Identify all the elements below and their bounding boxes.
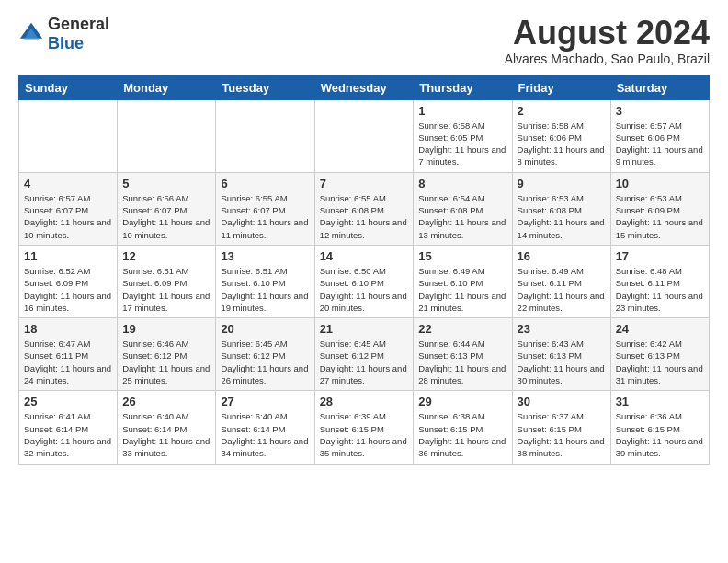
logo-general: General bbox=[48, 15, 109, 33]
calendar-week-row: 4Sunrise: 6:57 AM Sunset: 6:07 PM Daylig… bbox=[19, 172, 710, 245]
month-year-title: August 2024 bbox=[505, 15, 710, 52]
day-number: 1 bbox=[418, 104, 506, 118]
title-section: August 2024 Alvares Machado, Sao Paulo, … bbox=[505, 15, 710, 66]
calendar-cell: 17Sunrise: 6:48 AM Sunset: 6:11 PM Dayli… bbox=[610, 245, 709, 317]
day-number: 27 bbox=[221, 395, 309, 408]
calendar-cell: 10Sunrise: 6:53 AM Sunset: 6:09 PM Dayli… bbox=[610, 172, 709, 245]
day-detail: Sunrise: 6:55 AM Sunset: 6:07 PM Dayligh… bbox=[221, 192, 309, 241]
calendar-cell: 31Sunrise: 6:36 AM Sunset: 6:15 PM Dayli… bbox=[610, 391, 709, 464]
day-detail: Sunrise: 6:50 AM Sunset: 6:10 PM Dayligh… bbox=[320, 265, 409, 314]
day-detail: Sunrise: 6:45 AM Sunset: 6:12 PM Dayligh… bbox=[320, 338, 409, 386]
calendar-cell: 8Sunrise: 6:54 AM Sunset: 6:08 PM Daylig… bbox=[414, 172, 512, 245]
day-detail: Sunrise: 6:52 AM Sunset: 6:09 PM Dayligh… bbox=[24, 265, 112, 314]
calendar-cell: 22Sunrise: 6:44 AM Sunset: 6:13 PM Dayli… bbox=[414, 318, 512, 391]
day-number: 21 bbox=[320, 322, 409, 336]
day-number: 4 bbox=[24, 177, 112, 190]
calendar-cell: 27Sunrise: 6:40 AM Sunset: 6:14 PM Dayli… bbox=[216, 391, 314, 464]
calendar-cell: 30Sunrise: 6:37 AM Sunset: 6:15 PM Dayli… bbox=[512, 391, 610, 464]
calendar-cell bbox=[118, 99, 216, 172]
weekday-header-wednesday: Wednesday bbox=[314, 75, 414, 99]
day-detail: Sunrise: 6:58 AM Sunset: 6:05 PM Dayligh… bbox=[418, 120, 506, 168]
day-detail: Sunrise: 6:55 AM Sunset: 6:08 PM Dayligh… bbox=[320, 192, 409, 241]
day-number: 25 bbox=[24, 395, 112, 408]
day-detail: Sunrise: 6:51 AM Sunset: 6:09 PM Dayligh… bbox=[122, 265, 210, 314]
day-number: 8 bbox=[418, 177, 506, 190]
day-number: 13 bbox=[221, 249, 309, 263]
calendar-week-row: 25Sunrise: 6:41 AM Sunset: 6:14 PM Dayli… bbox=[19, 391, 710, 464]
day-number: 22 bbox=[418, 322, 506, 336]
weekday-header-sunday: Sunday bbox=[19, 75, 118, 99]
calendar-cell: 23Sunrise: 6:43 AM Sunset: 6:13 PM Dayli… bbox=[512, 318, 610, 391]
weekday-header-thursday: Thursday bbox=[414, 75, 512, 99]
day-detail: Sunrise: 6:54 AM Sunset: 6:08 PM Dayligh… bbox=[418, 192, 506, 241]
calendar-cell: 19Sunrise: 6:46 AM Sunset: 6:12 PM Dayli… bbox=[118, 318, 216, 391]
day-number: 16 bbox=[518, 249, 606, 263]
calendar-cell bbox=[314, 99, 414, 172]
calendar-week-row: 1Sunrise: 6:58 AM Sunset: 6:05 PM Daylig… bbox=[19, 99, 710, 172]
day-number: 6 bbox=[221, 177, 309, 190]
calendar-week-row: 18Sunrise: 6:47 AM Sunset: 6:11 PM Dayli… bbox=[19, 318, 710, 391]
calendar-cell: 26Sunrise: 6:40 AM Sunset: 6:14 PM Dayli… bbox=[118, 391, 216, 464]
calendar-cell: 1Sunrise: 6:58 AM Sunset: 6:05 PM Daylig… bbox=[414, 99, 512, 172]
day-number: 15 bbox=[418, 249, 506, 263]
calendar-cell: 29Sunrise: 6:38 AM Sunset: 6:15 PM Dayli… bbox=[414, 391, 512, 464]
calendar-cell: 7Sunrise: 6:55 AM Sunset: 6:08 PM Daylig… bbox=[314, 172, 414, 245]
logo: General Blue bbox=[18, 15, 109, 53]
day-detail: Sunrise: 6:51 AM Sunset: 6:10 PM Dayligh… bbox=[221, 265, 309, 314]
day-detail: Sunrise: 6:37 AM Sunset: 6:15 PM Dayligh… bbox=[518, 410, 606, 459]
day-detail: Sunrise: 6:41 AM Sunset: 6:14 PM Dayligh… bbox=[24, 410, 112, 459]
calendar-cell bbox=[216, 99, 314, 172]
page-header: General Blue August 2024 Alvares Machado… bbox=[18, 15, 710, 66]
calendar-cell: 20Sunrise: 6:45 AM Sunset: 6:12 PM Dayli… bbox=[216, 318, 314, 391]
weekday-header-monday: Monday bbox=[118, 75, 216, 99]
day-number: 3 bbox=[616, 104, 704, 118]
day-number: 19 bbox=[122, 322, 210, 336]
day-detail: Sunrise: 6:38 AM Sunset: 6:15 PM Dayligh… bbox=[418, 410, 506, 459]
calendar-cell: 2Sunrise: 6:58 AM Sunset: 6:06 PM Daylig… bbox=[512, 99, 610, 172]
calendar-cell: 14Sunrise: 6:50 AM Sunset: 6:10 PM Dayli… bbox=[314, 245, 414, 317]
day-number: 14 bbox=[320, 249, 409, 263]
day-detail: Sunrise: 6:36 AM Sunset: 6:15 PM Dayligh… bbox=[616, 410, 704, 459]
calendar-cell: 16Sunrise: 6:49 AM Sunset: 6:11 PM Dayli… bbox=[512, 245, 610, 317]
day-detail: Sunrise: 6:47 AM Sunset: 6:11 PM Dayligh… bbox=[24, 338, 112, 386]
page-container: General Blue August 2024 Alvares Machado… bbox=[0, 0, 728, 474]
calendar-week-row: 11Sunrise: 6:52 AM Sunset: 6:09 PM Dayli… bbox=[19, 245, 710, 317]
calendar-cell: 15Sunrise: 6:49 AM Sunset: 6:10 PM Dayli… bbox=[414, 245, 512, 317]
day-detail: Sunrise: 6:56 AM Sunset: 6:07 PM Dayligh… bbox=[122, 192, 210, 241]
calendar-cell: 5Sunrise: 6:56 AM Sunset: 6:07 PM Daylig… bbox=[118, 172, 216, 245]
calendar-cell: 6Sunrise: 6:55 AM Sunset: 6:07 PM Daylig… bbox=[216, 172, 314, 245]
day-number: 12 bbox=[122, 249, 210, 263]
calendar-cell: 12Sunrise: 6:51 AM Sunset: 6:09 PM Dayli… bbox=[118, 245, 216, 317]
calendar-cell: 4Sunrise: 6:57 AM Sunset: 6:07 PM Daylig… bbox=[19, 172, 118, 245]
day-detail: Sunrise: 6:46 AM Sunset: 6:12 PM Dayligh… bbox=[122, 338, 210, 386]
day-number: 11 bbox=[24, 249, 112, 263]
day-detail: Sunrise: 6:40 AM Sunset: 6:14 PM Dayligh… bbox=[221, 410, 309, 459]
day-number: 2 bbox=[518, 104, 606, 118]
day-number: 28 bbox=[320, 395, 409, 408]
calendar-cell bbox=[19, 99, 118, 172]
day-number: 20 bbox=[221, 322, 309, 336]
day-detail: Sunrise: 6:48 AM Sunset: 6:11 PM Dayligh… bbox=[616, 265, 704, 314]
calendar-cell: 3Sunrise: 6:57 AM Sunset: 6:06 PM Daylig… bbox=[610, 99, 709, 172]
calendar-cell: 11Sunrise: 6:52 AM Sunset: 6:09 PM Dayli… bbox=[19, 245, 118, 317]
day-number: 18 bbox=[24, 322, 112, 336]
logo-icon bbox=[18, 21, 44, 47]
calendar-header-row: SundayMondayTuesdayWednesdayThursdayFrid… bbox=[19, 75, 710, 99]
logo-blue: Blue bbox=[48, 34, 84, 52]
calendar-cell: 21Sunrise: 6:45 AM Sunset: 6:12 PM Dayli… bbox=[314, 318, 414, 391]
day-detail: Sunrise: 6:49 AM Sunset: 6:11 PM Dayligh… bbox=[518, 265, 606, 314]
day-detail: Sunrise: 6:53 AM Sunset: 6:09 PM Dayligh… bbox=[616, 192, 704, 241]
day-detail: Sunrise: 6:49 AM Sunset: 6:10 PM Dayligh… bbox=[418, 265, 506, 314]
day-detail: Sunrise: 6:40 AM Sunset: 6:14 PM Dayligh… bbox=[122, 410, 210, 459]
day-detail: Sunrise: 6:45 AM Sunset: 6:12 PM Dayligh… bbox=[221, 338, 309, 386]
calendar-cell: 9Sunrise: 6:53 AM Sunset: 6:08 PM Daylig… bbox=[512, 172, 610, 245]
day-number: 29 bbox=[418, 395, 506, 408]
calendar-cell: 13Sunrise: 6:51 AM Sunset: 6:10 PM Dayli… bbox=[216, 245, 314, 317]
calendar-cell: 18Sunrise: 6:47 AM Sunset: 6:11 PM Dayli… bbox=[19, 318, 118, 391]
calendar-cell: 24Sunrise: 6:42 AM Sunset: 6:13 PM Dayli… bbox=[610, 318, 709, 391]
day-detail: Sunrise: 6:53 AM Sunset: 6:08 PM Dayligh… bbox=[518, 192, 606, 241]
day-detail: Sunrise: 6:57 AM Sunset: 6:06 PM Dayligh… bbox=[616, 120, 704, 168]
day-number: 9 bbox=[518, 177, 606, 190]
location-text: Alvares Machado, Sao Paulo, Brazil bbox=[505, 52, 710, 66]
day-number: 26 bbox=[122, 395, 210, 408]
